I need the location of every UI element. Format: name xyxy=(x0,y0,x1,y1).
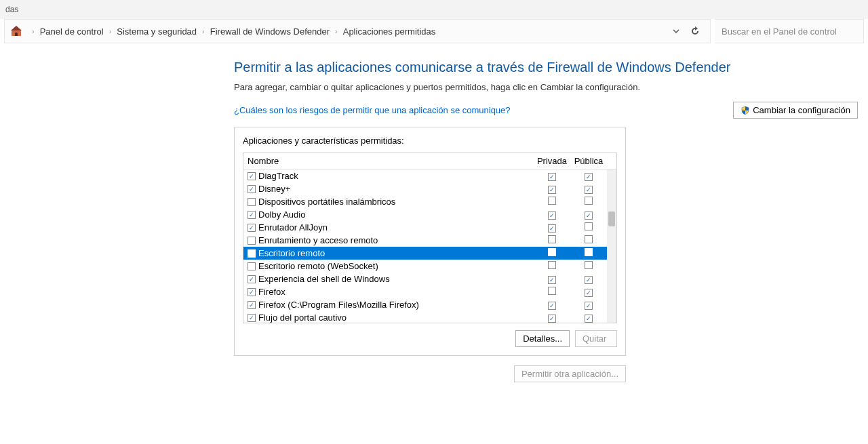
panel-label: Aplicaciones y características permitida… xyxy=(243,136,617,146)
public-checkbox[interactable] xyxy=(585,302,593,310)
private-checkbox[interactable] xyxy=(548,287,556,295)
help-link[interactable]: ¿Cuáles son los riesgos de permitir que … xyxy=(234,105,511,115)
svg-rect-2 xyxy=(15,33,18,36)
private-checkbox[interactable] xyxy=(548,224,556,233)
public-checkbox[interactable] xyxy=(585,197,593,205)
private-checkbox[interactable] xyxy=(548,235,556,243)
enable-checkbox[interactable] xyxy=(248,185,256,193)
svg-marker-1 xyxy=(11,26,22,31)
breadcrumb-allowed[interactable]: Aplicaciones permitidas xyxy=(343,26,436,37)
app-name: Enrutador AllJoyn xyxy=(258,222,328,233)
details-button[interactable]: Detalles... xyxy=(515,330,570,347)
private-checkbox[interactable] xyxy=(548,276,556,284)
search-input[interactable]: Buscar en el Panel de control xyxy=(715,19,864,43)
enable-checkbox[interactable] xyxy=(248,288,256,296)
app-name: Enrutamiento y acceso remoto xyxy=(258,235,378,245)
enable-checkbox[interactable] xyxy=(248,224,256,232)
private-checkbox[interactable] xyxy=(548,211,556,220)
breadcrumb-panel[interactable]: Panel de control xyxy=(40,26,104,37)
chevron-icon: › xyxy=(109,27,112,35)
app-name: Dolby Audio xyxy=(258,209,305,220)
scroll-thumb[interactable] xyxy=(608,211,615,226)
table-row[interactable]: Experiencia del shell de Windows xyxy=(243,273,616,285)
column-public[interactable]: Pública xyxy=(570,156,607,166)
column-private[interactable]: Privada xyxy=(534,156,570,166)
public-checkbox[interactable] xyxy=(585,235,593,243)
enable-checkbox[interactable] xyxy=(248,314,256,322)
search-placeholder: Buscar en el Panel de control xyxy=(722,26,837,37)
breadcrumb-system[interactable]: Sistema y seguridad xyxy=(117,26,197,37)
table-header: Nombre Privada Pública xyxy=(243,153,616,169)
change-settings-button[interactable]: Cambiar la configuración xyxy=(733,102,858,119)
app-name: Escritorio remoto xyxy=(258,248,325,258)
enable-checkbox[interactable] xyxy=(248,237,256,245)
table-row[interactable]: Enrutamiento y acceso remoto xyxy=(243,234,616,247)
private-checkbox[interactable] xyxy=(548,248,556,256)
column-name[interactable]: Nombre xyxy=(243,156,534,166)
private-checkbox[interactable] xyxy=(548,197,556,205)
scrollbar[interactable] xyxy=(607,169,616,323)
refresh-icon[interactable] xyxy=(686,22,705,41)
titlebar-text: das xyxy=(5,5,18,14)
remove-button[interactable]: Quitar xyxy=(575,330,617,347)
enable-checkbox[interactable] xyxy=(248,262,256,270)
public-checkbox[interactable] xyxy=(585,248,593,256)
table-row[interactable]: Escritorio remoto xyxy=(243,247,616,260)
chevron-icon: › xyxy=(32,27,35,35)
app-name: DiagTrack xyxy=(258,171,298,181)
public-checkbox[interactable] xyxy=(585,289,593,297)
enable-checkbox[interactable] xyxy=(248,301,256,309)
control-panel-icon[interactable] xyxy=(10,25,22,37)
change-settings-label: Cambiar la configuración xyxy=(753,105,850,115)
allowed-apps-panel: Aplicaciones y características permitida… xyxy=(234,127,626,356)
app-name: Escritorio remoto (WebSocket) xyxy=(258,261,378,271)
app-name: Firefox xyxy=(258,287,285,297)
chevron-icon: › xyxy=(335,27,338,35)
app-name: Disney+ xyxy=(258,184,290,194)
table-row[interactable]: Escritorio remoto (WebSocket) xyxy=(243,260,616,273)
public-checkbox[interactable] xyxy=(585,261,593,269)
enable-checkbox[interactable] xyxy=(248,198,256,206)
private-checkbox[interactable] xyxy=(548,261,556,269)
private-checkbox[interactable] xyxy=(548,315,556,323)
private-checkbox[interactable] xyxy=(548,173,556,181)
shield-icon xyxy=(741,106,750,115)
private-checkbox[interactable] xyxy=(548,302,556,310)
app-name: Firefox (C:\Program Files\Mozilla Firefo… xyxy=(258,300,419,310)
app-name: Dispositivos portátiles inalámbricos xyxy=(258,197,395,207)
public-checkbox[interactable] xyxy=(585,315,593,323)
apps-table: Nombre Privada Pública DiagTrackDisney+D… xyxy=(243,153,617,323)
window-titlebar: das xyxy=(0,0,868,19)
enable-checkbox[interactable] xyxy=(248,249,256,258)
table-row[interactable]: Firefox xyxy=(243,285,616,298)
history-dropdown-icon[interactable] xyxy=(667,22,686,41)
app-name: Experiencia del shell de Windows xyxy=(258,274,390,284)
chevron-icon: › xyxy=(202,27,205,35)
public-checkbox[interactable] xyxy=(585,222,593,230)
page-description: Para agregar, cambiar o quitar aplicacio… xyxy=(234,82,858,92)
enable-checkbox[interactable] xyxy=(248,211,256,219)
table-row[interactable]: Flujo del portal cautivo xyxy=(243,311,616,323)
address-bar: › Panel de control › Sistema y seguridad… xyxy=(4,19,711,43)
page-title: Permitir a las aplicaciones comunicarse … xyxy=(234,60,858,75)
enable-checkbox[interactable] xyxy=(248,172,256,180)
allow-another-button[interactable]: Permitir otra aplicación... xyxy=(514,365,626,382)
table-row[interactable]: Dolby Audio xyxy=(243,208,616,221)
table-row[interactable]: DiagTrack xyxy=(243,169,616,182)
table-row[interactable]: Dispositivos portátiles inalámbricos xyxy=(243,195,616,208)
table-row[interactable]: Firefox (C:\Program Files\Mozilla Firefo… xyxy=(243,298,616,311)
public-checkbox[interactable] xyxy=(585,173,593,181)
public-checkbox[interactable] xyxy=(585,186,593,194)
breadcrumb-firewall[interactable]: Firewall de Windows Defender xyxy=(210,26,330,37)
table-row[interactable]: Disney+ xyxy=(243,182,616,195)
table-row[interactable]: Enrutador AllJoyn xyxy=(243,221,616,234)
app-name: Flujo del portal cautivo xyxy=(258,312,347,323)
enable-checkbox[interactable] xyxy=(248,275,256,283)
public-checkbox[interactable] xyxy=(585,211,593,220)
public-checkbox[interactable] xyxy=(585,276,593,284)
private-checkbox[interactable] xyxy=(548,186,556,194)
